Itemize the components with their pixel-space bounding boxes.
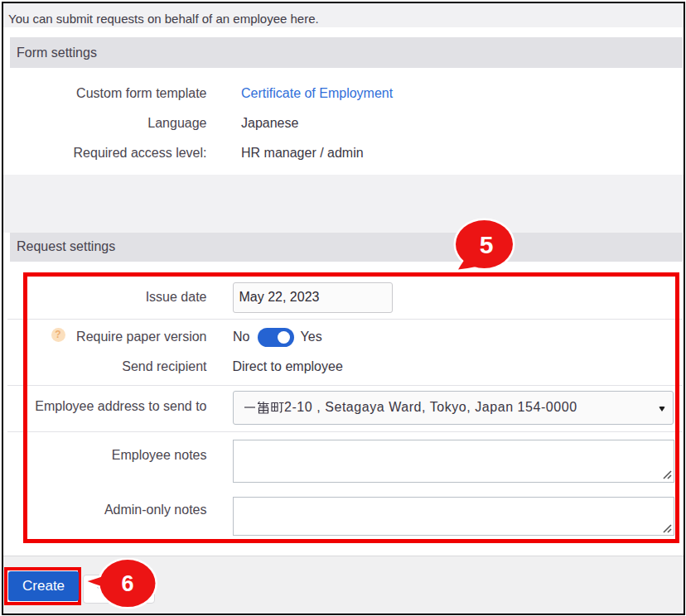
svg-text:6: 6 [121,571,133,596]
svg-text:5: 5 [480,231,494,258]
